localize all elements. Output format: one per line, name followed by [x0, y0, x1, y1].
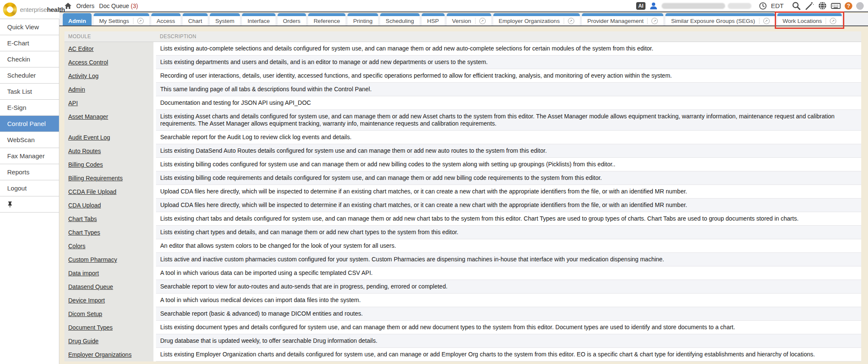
description-cell: Lists existing document types and detail…: [156, 321, 861, 334]
sidebar-item-task-list[interactable]: Task List: [0, 84, 59, 100]
tab-my-settings[interactable]: My Settings↗: [94, 13, 149, 25]
sidebar-item-fax-manager[interactable]: Fax Manager: [0, 148, 59, 164]
sidebar-item-scheduler[interactable]: Scheduler: [0, 67, 59, 84]
breadcrumb-orders[interactable]: Orders: [76, 3, 95, 9]
column-header-module: MODULE: [64, 31, 153, 42]
tab-system[interactable]: System: [210, 13, 240, 25]
description-cell: Recording of user interactions, details,…: [156, 69, 861, 83]
tab-work-locations[interactable]: Work Locations↗: [777, 13, 842, 25]
search-icon[interactable]: [792, 1, 801, 11]
tab-reference[interactable]: Reference: [308, 13, 345, 25]
tab-similar-exposure-groups-segs[interactable]: Similar Exposure Groups (SEGs)↗: [665, 13, 775, 25]
module-link-chart-tabs[interactable]: Chart Tabs: [68, 216, 97, 222]
module-link-billing-codes[interactable]: Billing Codes: [68, 161, 103, 168]
module-link-dicom-setup[interactable]: Dicom Setup: [68, 311, 102, 317]
sidebar-item-e-chart[interactable]: E-Chart: [0, 35, 59, 51]
presence-icon[interactable]: [856, 2, 864, 10]
popout-arrow-glyph: ↗: [651, 18, 658, 24]
module-link-access-control[interactable]: Access Control: [68, 59, 108, 66]
app-logo[interactable]: enterprisehealth: [0, 0, 59, 19]
tab-version[interactable]: Version↗: [447, 13, 491, 25]
tab-employer-organizations[interactable]: Employer Organizations↗: [493, 13, 580, 25]
sidebar-item-quick-view[interactable]: Quick View: [0, 19, 59, 35]
module-link-api[interactable]: API: [68, 100, 78, 106]
ai-badge[interactable]: AI: [636, 2, 645, 10]
description-cell: This same landing page of all tabs & des…: [156, 83, 861, 96]
popout-icon[interactable]: ↗: [564, 18, 574, 24]
tab-hsp[interactable]: HSP: [422, 13, 445, 25]
module-link-datasend-queue[interactable]: Datasend Queue: [68, 283, 113, 290]
module-link-ccda-file-upload[interactable]: CCDA File Upload: [68, 188, 117, 195]
sidebar-item-label: Checkin: [7, 56, 30, 63]
description-cell: An editor that allows system colors to b…: [156, 239, 861, 253]
module-cell: Device Import: [64, 294, 153, 307]
module-cell: Billing Requirements: [64, 171, 153, 185]
popout-icon[interactable]: ↗: [133, 18, 144, 24]
help-icon[interactable]: ?: [845, 2, 852, 10]
module-cell: Access Control: [64, 56, 153, 69]
table-row: Activity LogRecording of user interactio…: [64, 69, 861, 83]
module-link-drug-guide[interactable]: Drug Guide: [68, 338, 99, 344]
module-link-audit-event-log[interactable]: Audit Event Log: [68, 134, 110, 141]
module-link-cda-upload[interactable]: CDA Upload: [68, 202, 101, 209]
module-link-ac-editor[interactable]: AC Editor: [68, 45, 94, 52]
tab-scheduling[interactable]: Scheduling: [380, 13, 420, 25]
tab-interface[interactable]: Interface: [242, 13, 275, 25]
module-cell: Admin: [64, 83, 153, 96]
tab-admin[interactable]: Admin: [63, 13, 92, 25]
module-link-chart-types[interactable]: Chart Types: [68, 229, 100, 236]
module-cell: Chart Tabs: [64, 212, 153, 226]
sidebar-item-checkin[interactable]: Checkin: [0, 51, 59, 67]
sidebar-item-label: Scheduler: [7, 72, 36, 79]
tab-chart[interactable]: Chart: [183, 13, 208, 25]
module-cell: Datasend Queue: [64, 280, 153, 294]
module-link-asset-manager[interactable]: Asset Manager: [68, 113, 108, 120]
breadcrumb-doc-queue[interactable]: Doc Queue (3): [99, 3, 138, 9]
wand-icon[interactable]: [805, 1, 814, 11]
table-row: CCDA File UploadUpload CDA files here di…: [64, 185, 861, 199]
tab-orders[interactable]: Orders: [278, 13, 306, 25]
pin-sidebar-button[interactable]: [0, 196, 59, 213]
popout-icon[interactable]: ↗: [759, 18, 770, 24]
sidebar-item-reports[interactable]: Reports: [0, 164, 59, 180]
module-link-admin[interactable]: Admin: [68, 86, 85, 93]
breadcrumb: Orders Doc Queue (3): [64, 3, 138, 9]
description-cell: Lists existing departments and users and…: [156, 56, 861, 69]
table-header-row: MODULE DESCRIPTION: [64, 31, 861, 42]
tab-label: Access: [157, 18, 175, 24]
user-icon[interactable]: [649, 2, 658, 10]
tab-access[interactable]: Access: [151, 13, 181, 25]
module-link-auto-routes[interactable]: Auto Routes: [68, 148, 101, 154]
table-row: APIDocumentation and testing for JSON AP…: [64, 96, 861, 110]
sidebar-item-webscan[interactable]: WebScan: [0, 132, 59, 148]
module-link-colors[interactable]: Colors: [68, 243, 85, 249]
popout-icon[interactable]: ↗: [647, 18, 658, 24]
sidebar-item-label: Control Panel: [7, 120, 46, 127]
sidebar-item-logout[interactable]: Logout: [0, 180, 59, 196]
tab-printing[interactable]: Printing: [348, 13, 378, 25]
module-link-billing-requirements[interactable]: Billing Requirements: [68, 175, 122, 182]
module-link-device-import[interactable]: Device Import: [68, 297, 105, 304]
clock-icon[interactable]: [759, 2, 767, 10]
module-link-employer-organizations[interactable]: Employer Organizations: [68, 351, 131, 358]
sidebar-item-control-panel[interactable]: Control Panel: [0, 116, 59, 132]
module-link-data-import[interactable]: Data import: [68, 270, 99, 277]
description-cell: Lists existing billing code requirements…: [156, 171, 861, 185]
table-row: Document TypesLists existing document ty…: [64, 321, 861, 334]
popout-icon[interactable]: ↗: [826, 18, 836, 24]
timezone-label: EDT: [771, 2, 784, 9]
globe-icon[interactable]: [818, 1, 827, 10]
popout-icon[interactable]: ↗: [475, 18, 486, 24]
module-link-custom-pharmacy[interactable]: Custom Pharmacy: [68, 256, 117, 263]
popout-arrow-glyph: ↗: [763, 18, 770, 24]
description-cell: Lists existing Employer Organization cha…: [156, 348, 861, 361]
module-link-activity-log[interactable]: Activity Log: [68, 73, 99, 79]
module-link-document-types[interactable]: Document Types: [68, 324, 113, 331]
sidebar-item-e-sign[interactable]: E-Sign: [0, 100, 59, 116]
description-cell: Lists existing chart types and details, …: [156, 226, 861, 239]
home-icon[interactable]: [64, 3, 72, 9]
popout-arrow-glyph: ↗: [568, 18, 574, 24]
description-cell: Upload CDA files here directly, which wi…: [156, 185, 861, 199]
tab-provider-management[interactable]: Provider Management↗: [582, 13, 664, 25]
keyboard-icon[interactable]: [831, 2, 841, 10]
